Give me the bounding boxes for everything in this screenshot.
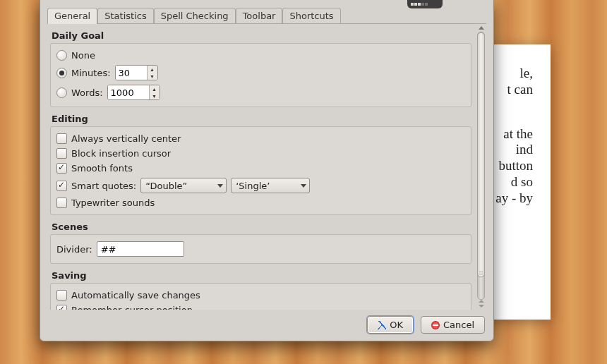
select-smart-quotes-single[interactable]: ‘Single’ bbox=[231, 178, 310, 193]
select-single-value: ‘Single’ bbox=[236, 181, 270, 191]
tab-toolbar[interactable]: Toolbar bbox=[236, 8, 283, 24]
checkbox-smart-quotes[interactable] bbox=[56, 181, 67, 191]
section-scenes: Scenes bbox=[50, 218, 471, 234]
label-always-center: Always vertically center bbox=[71, 133, 181, 144]
section-daily-goal: Daily Goal bbox=[50, 27, 471, 43]
input-scene-divider[interactable] bbox=[97, 241, 184, 257]
checkbox-block-cursor[interactable] bbox=[56, 148, 67, 159]
titlebar-indicator bbox=[407, 0, 443, 8]
words-step-down[interactable]: ▾ bbox=[150, 92, 160, 99]
scroll-thumb[interactable] bbox=[477, 32, 485, 277]
chevron-down-icon bbox=[217, 184, 223, 188]
vertical-scrollbar[interactable] bbox=[476, 24, 486, 310]
settings-scroll-area: Daily Goal None Minutes: ▴▾ Words: bbox=[47, 24, 476, 310]
radio-goal-none[interactable] bbox=[56, 50, 67, 61]
tab-statistics-label: Statistics bbox=[104, 11, 146, 21]
radio-goal-words[interactable] bbox=[56, 87, 67, 98]
radio-goal-words-label: Words: bbox=[71, 87, 103, 98]
tab-panel-general: Daily Goal None Minutes: ▴▾ Words: bbox=[47, 23, 486, 310]
scroll-down-small-icon[interactable] bbox=[479, 305, 484, 308]
checkbox-remember-cursor[interactable] bbox=[56, 305, 67, 310]
tab-spell-label: Spell Checking bbox=[161, 11, 229, 21]
minutes-input[interactable] bbox=[116, 66, 147, 80]
minutes-step-up[interactable]: ▴ bbox=[148, 66, 157, 73]
words-step-up[interactable]: ▴ bbox=[150, 85, 160, 92]
label-smart-quotes: Smart quotes: bbox=[71, 181, 136, 191]
chevron-down-icon bbox=[301, 184, 306, 188]
tab-statistics[interactable]: Statistics bbox=[97, 8, 153, 24]
label-smooth-fonts: Smooth fonts bbox=[71, 163, 133, 174]
section-saving: Saving bbox=[50, 267, 471, 283]
minutes-step-down[interactable]: ▾ bbox=[148, 73, 157, 80]
label-auto-save: Automatically save changes bbox=[71, 290, 200, 301]
group-scenes: Divider: bbox=[50, 234, 471, 264]
group-saving: Automatically save changes Remember curs… bbox=[50, 283, 471, 310]
radio-goal-minutes-label: Minutes: bbox=[71, 68, 111, 78]
ok-button-label: OK bbox=[390, 320, 403, 330]
cancel-button[interactable]: Cancel bbox=[421, 316, 485, 334]
label-divider: Divider: bbox=[56, 244, 92, 255]
label-typewriter-sounds: Typewriter sounds bbox=[71, 198, 155, 208]
tab-shortcuts-label: Shortcuts bbox=[289, 11, 333, 21]
tab-general[interactable]: General bbox=[47, 8, 97, 24]
scroll-track[interactable] bbox=[477, 32, 485, 300]
checkbox-typewriter-sounds[interactable] bbox=[56, 198, 67, 208]
checkbox-always-center[interactable] bbox=[56, 133, 67, 144]
select-smart-quotes-double[interactable]: “Double” bbox=[140, 178, 227, 193]
minutes-spinbox[interactable]: ▴▾ bbox=[115, 65, 158, 80]
section-editing: Editing bbox=[50, 110, 471, 126]
checkbox-smooth-fonts[interactable] bbox=[56, 163, 67, 174]
tab-spell[interactable]: Spell Checking bbox=[154, 8, 236, 24]
checkbox-auto-save[interactable] bbox=[56, 290, 67, 301]
radio-goal-minutes[interactable] bbox=[56, 68, 67, 78]
group-editing: Always vertically center Block insertion… bbox=[50, 126, 471, 215]
label-block-cursor: Block insertion cursor bbox=[71, 148, 171, 159]
words-input[interactable] bbox=[108, 85, 149, 99]
tab-toolbar-label: Toolbar bbox=[243, 11, 276, 21]
label-remember-cursor: Remember cursor position bbox=[71, 305, 193, 310]
scroll-up-small-icon[interactable] bbox=[479, 300, 484, 303]
tab-general-label: General bbox=[54, 11, 90, 21]
dialog-button-bar: OK Cancel bbox=[367, 316, 485, 334]
ok-button[interactable]: OK bbox=[367, 316, 414, 334]
radio-goal-none-label: None bbox=[71, 50, 95, 61]
group-daily-goal: None Minutes: ▴▾ Words: ▴▾ bbox=[50, 43, 471, 107]
cancel-icon bbox=[431, 321, 440, 329]
select-double-value: “Double” bbox=[145, 181, 187, 191]
ok-icon bbox=[378, 321, 386, 329]
scroll-up-arrow-icon[interactable] bbox=[479, 26, 484, 30]
tab-shortcuts[interactable]: Shortcuts bbox=[282, 8, 340, 24]
cancel-button-label: Cancel bbox=[443, 320, 474, 330]
words-spinbox[interactable]: ▴▾ bbox=[107, 85, 160, 100]
preferences-dialog: General Statistics Spell Checking Toolba… bbox=[40, 0, 494, 341]
